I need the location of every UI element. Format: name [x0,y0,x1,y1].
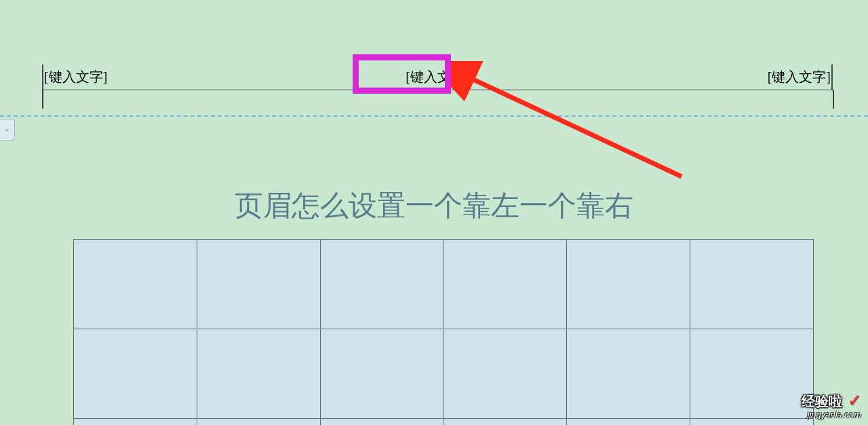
content-table [73,239,814,425]
table-cell[interactable] [567,419,690,426]
table-cell[interactable] [197,419,320,426]
table-cell[interactable] [74,419,197,426]
table-cell[interactable] [690,240,814,329]
table-cell[interactable] [320,419,443,426]
table-cell[interactable] [567,329,690,419]
highlight-annotation [353,54,451,94]
watermark-url: jingyanla.com [802,409,861,420]
table-cell[interactable] [443,419,567,426]
header-left-placeholder[interactable]: [键入文字] [44,68,107,86]
table-cell[interactable] [443,240,567,329]
table-cell[interactable] [74,329,197,419]
page-title: 页眉怎么设置一个靠左一个靠右 [235,187,633,225]
table-cell[interactable] [197,329,320,419]
table-cell[interactable] [567,240,690,329]
collapse-button[interactable]: - [0,119,15,141]
header-tick-right [833,90,834,109]
table-cell[interactable] [443,329,567,419]
arrow-annotation [451,61,692,185]
svg-line-1 [466,76,682,177]
watermark-check-icon: ✓ [848,391,861,409]
margin-guide-line [0,115,868,117]
table-row [74,329,814,419]
table-cell[interactable] [320,240,443,329]
watermark-name: 经验啦 [802,392,842,411]
watermark: 经验啦 ✓ jingyanla.com [802,391,861,420]
header-right-placeholder[interactable]: [键入文字] [768,68,831,86]
table-cell[interactable] [197,240,320,329]
table-cell[interactable] [74,240,197,329]
header-tick-left [42,90,43,109]
table-cell[interactable] [320,329,443,419]
table-cell[interactable] [690,419,814,426]
table-row [74,240,814,329]
table-cell[interactable] [690,329,814,419]
table-row [74,419,814,426]
